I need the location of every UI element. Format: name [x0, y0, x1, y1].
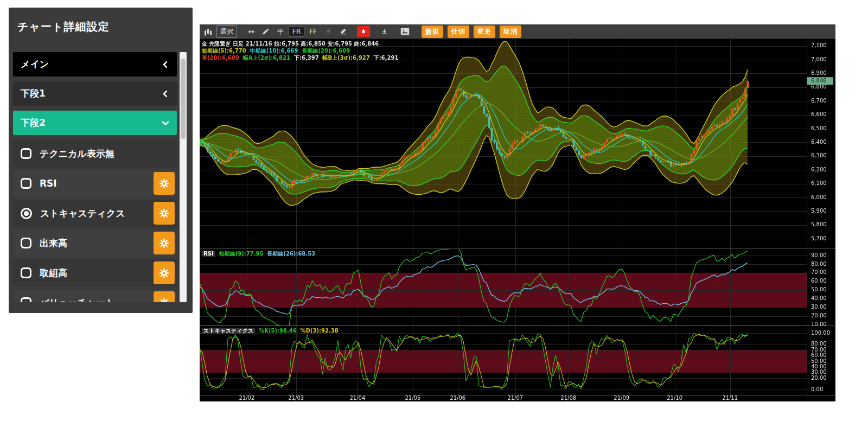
accordion-section-label: メイン: [21, 58, 49, 71]
cancel-order-button[interactable]: 取消: [500, 25, 521, 38]
radio-checked[interactable]: [21, 208, 32, 219]
settle-order-button[interactable]: 仕切: [448, 25, 469, 38]
indicator-item-value-chart[interactable]: バリューチャート: [13, 289, 177, 302]
checkbox-unchecked[interactable]: [21, 297, 31, 302]
indicator-item-open-interest[interactable]: 取組高: [13, 259, 177, 286]
indicator-label: 出来高: [40, 237, 67, 250]
app-root: チャート詳細設定 メイン 下段1 下段2 テクニカル表示無 RSI: [0, 0, 868, 434]
chevron-left-icon: [161, 60, 170, 69]
gear-settings-button[interactable]: [154, 202, 175, 225]
gear-icon: [159, 268, 169, 278]
pencil-tool-icon[interactable]: [259, 26, 272, 37]
accordion-section-lower2[interactable]: 下段2: [13, 111, 177, 135]
settings-panel-body: メイン 下段1 下段2 テクニカル表示無 RSI: [13, 52, 177, 302]
droplet-icon: [360, 28, 367, 35]
fr-mode-button[interactable]: FR: [289, 26, 304, 37]
gear-icon: [159, 178, 169, 189]
indicator-label: バリューチャート: [40, 297, 114, 303]
settings-panel-title: チャート詳細設定: [9, 8, 193, 44]
indicator-label: テクニカル表示無: [40, 148, 114, 160]
indicator-label: 取組高: [40, 267, 67, 279]
accordion-section-label: 下段1: [21, 87, 46, 100]
indicator-item-stochastics[interactable]: ストキャスティクス: [13, 200, 177, 227]
indicator-label: RSI: [40, 178, 57, 189]
gear-settings-button[interactable]: [154, 261, 175, 284]
indicator-item-rsi[interactable]: RSI: [13, 170, 177, 197]
accordion-section-label: 下段2: [21, 117, 46, 129]
settings-scrollbar[interactable]: [180, 52, 187, 302]
indicator-item-volume[interactable]: 出来高: [13, 229, 177, 257]
chart-toolbar: 選択 ↔ 平 FR FF ☝: [200, 24, 835, 39]
accordion-section-main[interactable]: メイン: [13, 52, 177, 76]
drop-marker-button[interactable]: [357, 26, 370, 37]
indicator-label: ストキャスティクス: [40, 207, 125, 220]
chart-settings-panel: チャート詳細設定 メイン 下段1 下段2 テクニカル表示無 RSI: [9, 8, 193, 313]
horizontal-line-tool-icon[interactable]: ↔: [245, 26, 258, 37]
checkbox-unchecked[interactable]: [21, 238, 31, 248]
accordion-section-lower1[interactable]: 下段1: [13, 81, 177, 106]
chart-window: 選択 ↔ 平 FR FF ☝: [200, 24, 835, 401]
gear-settings-button[interactable]: [154, 232, 175, 254]
hand-tool-icon[interactable]: ☝: [322, 26, 335, 37]
checkbox-unchecked[interactable]: [21, 267, 31, 278]
indicator-item-none[interactable]: テクニカル表示無: [13, 140, 177, 167]
chevron-left-icon: [161, 89, 170, 99]
new-order-button[interactable]: 新規: [422, 25, 443, 38]
chart-canvas[interactable]: [200, 39, 835, 401]
chart-type-icon[interactable]: [202, 26, 215, 37]
gear-settings-button[interactable]: [154, 172, 175, 195]
radio-dot: [24, 211, 29, 216]
select-tool-button[interactable]: 選択: [216, 25, 237, 38]
ff-mode-button[interactable]: FF: [306, 27, 320, 36]
download-icon[interactable]: [378, 26, 391, 37]
image-capture-icon[interactable]: [398, 26, 411, 37]
eraser-tool-icon[interactable]: [336, 26, 349, 37]
gear-icon: [159, 298, 169, 303]
change-order-button[interactable]: 変更: [474, 25, 495, 38]
flat-tool-button[interactable]: 平: [274, 26, 287, 37]
checkbox-unchecked[interactable]: [21, 148, 31, 159]
scrollbar-thumb[interactable]: [181, 59, 186, 139]
gear-icon: [159, 238, 169, 248]
gear-settings-button[interactable]: [154, 291, 175, 302]
checkbox-unchecked[interactable]: [21, 178, 31, 189]
chevron-down-icon: [161, 118, 170, 128]
gear-icon: [159, 208, 169, 219]
